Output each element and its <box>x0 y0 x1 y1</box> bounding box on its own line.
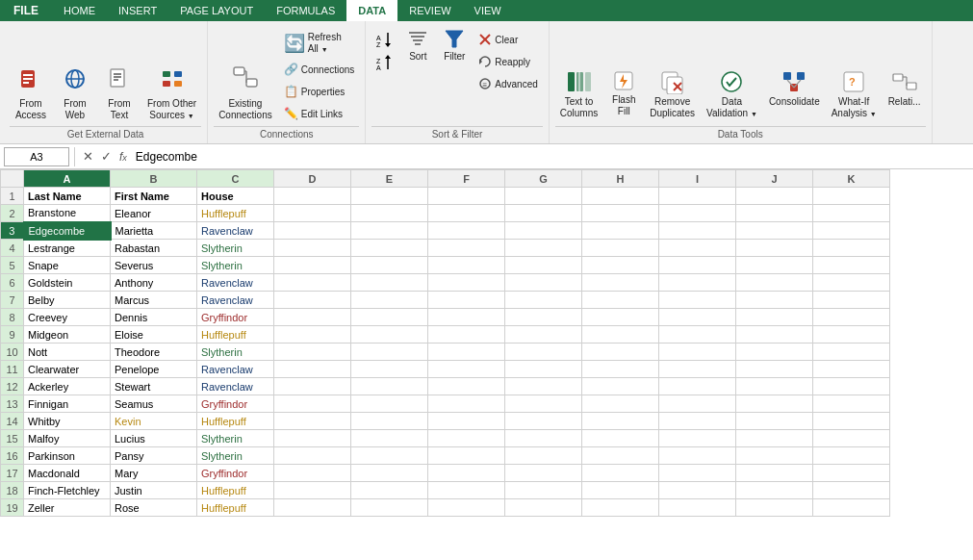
cell-14-a[interactable]: Whitby <box>24 413 111 430</box>
cell-18-j[interactable] <box>736 482 813 499</box>
cell-4-b[interactable]: Rabastan <box>111 240 197 257</box>
cell-2-f[interactable] <box>428 205 505 222</box>
cell-9-a[interactable]: Midgeon <box>24 326 111 344</box>
cell-3-c[interactable]: Ravenclaw <box>197 222 274 240</box>
cell-9-f[interactable] <box>428 326 505 344</box>
cell-17-c[interactable]: Gryffindor <box>197 465 274 482</box>
cell-11-h[interactable] <box>582 361 659 378</box>
cell-16-h[interactable] <box>582 447 659 465</box>
col-header-e[interactable]: E <box>351 170 428 188</box>
cell-5-d[interactable] <box>274 257 351 274</box>
cell-6-k[interactable] <box>813 274 890 292</box>
cell-6-a[interactable]: Goldstein <box>24 274 111 292</box>
cell-15-j[interactable] <box>736 430 813 447</box>
cell-17-f[interactable] <box>428 465 505 482</box>
cell-4-f[interactable] <box>428 240 505 257</box>
cell-10-a[interactable]: Nott <box>24 344 111 361</box>
flash-fill-button[interactable]: FlashFill <box>604 66 643 124</box>
cell-15-a[interactable]: Malfoy <box>24 430 111 447</box>
cell-14-h[interactable] <box>582 413 659 430</box>
existing-connections-button[interactable]: ExistingConnections <box>214 61 277 124</box>
from-access-button[interactable]: FromAccess <box>10 64 52 124</box>
cell-7-h[interactable] <box>582 292 659 309</box>
cell-7-g[interactable] <box>505 292 582 309</box>
cell-10-b[interactable]: Theodore <box>111 344 197 361</box>
cell-16-i[interactable] <box>659 447 736 465</box>
cell-3-k[interactable] <box>813 222 890 240</box>
row-header-5[interactable]: 5 <box>1 257 24 274</box>
cell-19-k[interactable] <box>813 499 890 517</box>
cell-15-c[interactable]: Slytherin <box>197 430 274 447</box>
cell-8-j[interactable] <box>736 309 813 326</box>
row-header-1[interactable]: 1 <box>1 188 24 205</box>
consolidate-button[interactable]: Consolidate <box>764 66 825 124</box>
tab-formulas[interactable]: FORMULAS <box>265 0 346 21</box>
cell-1-b[interactable]: First Name <box>111 188 197 205</box>
cell-1-f[interactable] <box>428 188 505 205</box>
row-header-18[interactable]: 18 <box>1 482 24 499</box>
row-header-12[interactable]: 12 <box>1 378 24 395</box>
from-text-button[interactable]: FromText <box>98 64 141 124</box>
col-header-c[interactable]: C <box>197 170 274 188</box>
cell-19-i[interactable] <box>659 499 736 517</box>
cell-15-f[interactable] <box>428 430 505 447</box>
cell-2-e[interactable] <box>351 205 428 222</box>
col-header-g[interactable]: G <box>505 170 582 188</box>
cell-17-a[interactable]: Macdonald <box>24 465 111 482</box>
cell-14-f[interactable] <box>428 413 505 430</box>
cell-7-b[interactable]: Marcus <box>111 292 197 309</box>
cell-1-d[interactable] <box>274 188 351 205</box>
relationships-button[interactable]: Relati... <box>883 66 926 124</box>
cell-16-d[interactable] <box>274 447 351 465</box>
cell-15-b[interactable]: Lucius <box>111 430 197 447</box>
cell-12-h[interactable] <box>582 378 659 395</box>
tab-view[interactable]: VIEW <box>463 0 513 21</box>
row-header-6[interactable]: 6 <box>1 274 24 292</box>
cell-3-f[interactable] <box>428 222 505 240</box>
cell-10-j[interactable] <box>736 344 813 361</box>
cell-4-d[interactable] <box>274 240 351 257</box>
cancel-formula-button[interactable]: ✕ <box>80 149 96 164</box>
cell-3-a[interactable]: Edgecombe <box>24 222 111 240</box>
cell-9-c[interactable]: Hufflepuff <box>197 326 274 344</box>
col-header-f[interactable]: F <box>428 170 505 188</box>
cell-8-b[interactable]: Dennis <box>111 309 197 326</box>
tab-review[interactable]: REVIEW <box>397 0 462 21</box>
cell-16-b[interactable]: Pansy <box>111 447 197 465</box>
cell-3-i[interactable] <box>659 222 736 240</box>
cell-5-i[interactable] <box>659 257 736 274</box>
cell-12-c[interactable]: Ravenclaw <box>197 378 274 395</box>
sort-button[interactable]: Sort <box>400 25 435 83</box>
cell-6-c[interactable]: Ravenclaw <box>197 274 274 292</box>
filter-button[interactable]: Filter <box>437 25 472 83</box>
row-header-11[interactable]: 11 <box>1 361 24 378</box>
cell-18-h[interactable] <box>582 482 659 499</box>
cell-13-g[interactable] <box>505 395 582 413</box>
cell-19-d[interactable] <box>274 499 351 517</box>
cell-16-c[interactable]: Slytherin <box>197 447 274 465</box>
cell-9-g[interactable] <box>505 326 582 344</box>
col-header-h[interactable]: H <box>582 170 659 188</box>
cell-5-g[interactable] <box>505 257 582 274</box>
cell-6-f[interactable] <box>428 274 505 292</box>
tab-home[interactable]: HOME <box>52 0 107 21</box>
cell-1-k[interactable] <box>813 188 890 205</box>
cell-2-j[interactable] <box>736 205 813 222</box>
col-header-j[interactable]: J <box>736 170 813 188</box>
cell-4-j[interactable] <box>736 240 813 257</box>
cell-8-k[interactable] <box>813 309 890 326</box>
cell-13-h[interactable] <box>582 395 659 413</box>
cell-11-f[interactable] <box>428 361 505 378</box>
formula-input[interactable] <box>132 147 969 166</box>
cell-14-b[interactable]: Kevin <box>111 413 197 430</box>
cell-18-k[interactable] <box>813 482 890 499</box>
remove-duplicates-button[interactable]: RemoveDuplicates <box>645 66 700 124</box>
cell-3-h[interactable] <box>582 222 659 240</box>
cell-17-j[interactable] <box>736 465 813 482</box>
cell-3-b[interactable]: Marietta <box>111 222 197 240</box>
cell-5-e[interactable] <box>351 257 428 274</box>
cell-18-i[interactable] <box>659 482 736 499</box>
clear-button[interactable]: Clear <box>474 29 542 50</box>
cell-1-j[interactable] <box>736 188 813 205</box>
cell-8-h[interactable] <box>582 309 659 326</box>
